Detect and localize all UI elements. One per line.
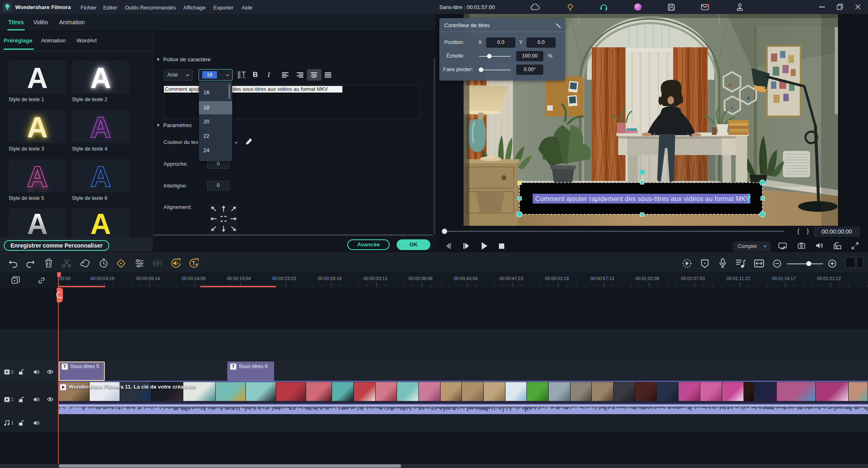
svg-text:Comment ajouter rapidement des: Comment ajouter rapidement des sous-titr… <box>535 195 750 202</box>
